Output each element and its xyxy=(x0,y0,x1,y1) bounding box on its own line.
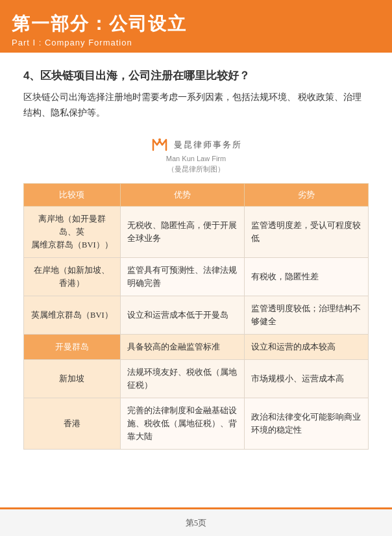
header-section: 第一部分：公司设立 Part I : Company Formation xyxy=(0,0,392,53)
table-cell-advantage: 完善的法律制度和金融基础设施、税收低（属地征税）、背靠大陆 xyxy=(120,398,244,449)
table-row: 开曼群岛具备较高的金融监管标准设立和运营的成本较高 xyxy=(24,334,369,359)
page-content: 4、区块链项目出海，公司注册在哪里比较好？ 区块链公司出海选择注册地时需要考虑一… xyxy=(0,53,392,489)
logo-row: 曼昆律师事务所 xyxy=(151,136,242,154)
th-advantage: 优势 xyxy=(120,183,244,206)
table-cell-item: 新加坡 xyxy=(24,359,121,398)
table-cell-advantage: 具备较高的金融监管标准 xyxy=(120,334,244,359)
th-disadvantage: 劣势 xyxy=(244,183,368,206)
table-cell-disadvantage: 市场规模小、运营成本高 xyxy=(244,359,368,398)
table-cell-disadvantage: 监管透明度较低；治理结构不够健全 xyxy=(244,296,368,334)
question-title: 4、区块链项目出海，公司注册在哪里比较好？ xyxy=(23,68,369,83)
table-cell-item: 在岸地（如新加坡、香港） xyxy=(24,257,121,296)
table-row: 在岸地（如新加坡、香港）监管具有可预测性、法律法规明确完善有税收，隐匿性差 xyxy=(24,257,369,296)
table-cell-disadvantage: 设立和运营的成本较高 xyxy=(244,334,368,359)
table-row: 新加坡法规环境友好、税收低（属地征税）市场规模小、运营成本高 xyxy=(24,359,369,398)
header-sub-title: Part I : Company Formation xyxy=(12,38,378,47)
table-cell-item: 离岸地（如开曼群岛、英 属维京群岛（BVI）） xyxy=(24,206,121,257)
th-item: 比较项 xyxy=(24,183,121,206)
table-cell-item: 香港 xyxy=(24,398,121,449)
table-row: 英属维京群岛（BVI）设立和运营成本低于开曼岛监管透明度较低；治理结构不够健全 xyxy=(24,296,369,334)
comparison-table: 比较项 优势 劣势 离岸地（如开曼群岛、英 属维京群岛（BVI））无税收、隐匿性… xyxy=(23,183,369,450)
header-title-block: 第一部分：公司设立 Part I : Company Formation xyxy=(0,0,392,53)
table-cell-disadvantage: 政治和法律变化可能影响商业环境的稳定性 xyxy=(244,398,368,449)
table-cell-advantage: 无税收、隐匿性高，便于开展全球业务 xyxy=(120,206,244,257)
logo-area: 曼昆律师事务所 Man Kun Law Firm （曼昆律所制图） xyxy=(23,136,369,174)
svg-point-1 xyxy=(158,138,161,141)
logo-en-name: Man Kun Law Firm xyxy=(166,155,226,162)
footer-page-text: 第5页 xyxy=(186,517,207,529)
table-row: 香港完善的法律制度和金融基础设施、税收低（属地征税）、背靠大陆政治和法律变化可能… xyxy=(24,398,369,449)
table-row: 离岸地（如开曼群岛、英 属维京群岛（BVI））无税收、隐匿性高，便于开展全球业务… xyxy=(24,206,369,257)
mankun-logo-icon xyxy=(151,136,169,154)
table-header-row: 比较项 优势 劣势 xyxy=(24,183,369,206)
table-cell-item: 英属维京群岛（BVI） xyxy=(24,296,121,334)
logo-cn-name: 曼昆律师事务所 xyxy=(174,139,242,151)
table-cell-advantage: 监管具有可预测性、法律法规明确完善 xyxy=(120,257,244,296)
table-cell-advantage: 设立和运营成本低于开曼岛 xyxy=(120,296,244,334)
table-cell-item: 开曼群岛 xyxy=(24,334,121,359)
header-main-title: 第一部分：公司设立 xyxy=(12,12,378,36)
footer: 第5页 xyxy=(0,507,392,536)
table-cell-disadvantage: 监管透明度差，受认可程度较低 xyxy=(244,206,368,257)
question-body: 区块链公司出海选择注册地时需要考虑一系列因素，包括法规环境、 税收政策、治理结构… xyxy=(23,90,369,121)
logo-caption: （曼昆律所制图） xyxy=(167,164,225,174)
table-cell-advantage: 法规环境友好、税收低（属地征税） xyxy=(120,359,244,398)
table-cell-disadvantage: 有税收，隐匿性差 xyxy=(244,257,368,296)
